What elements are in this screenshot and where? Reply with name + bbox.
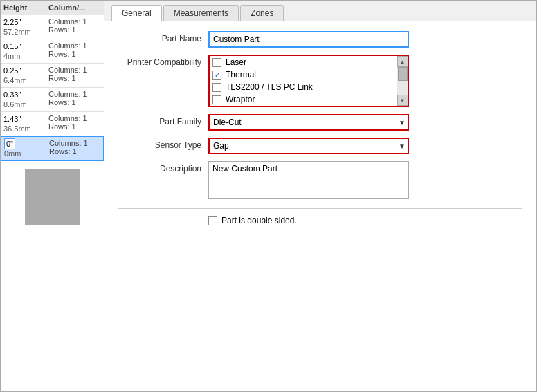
list-items-container: 2.25"57.2mmColumns: 1Rows: 10.15"4mmColu…	[1, 15, 104, 161]
printer-compat-item[interactable]: ✓Thermal	[210, 68, 397, 81]
item-height-val: 0.25"	[3, 66, 21, 75]
form-area: Part Name Printer Compatibility Laser✓Th…	[104, 21, 536, 391]
item-columns-label: Columns: 1	[48, 114, 87, 122]
tab-measurements[interactable]: Measurements	[163, 5, 239, 21]
item-columns-label: Columns: 1	[48, 90, 87, 98]
scroll-up-btn[interactable]: ▲	[397, 56, 408, 67]
right-panel: General Measurements Zones Part Name Pri…	[104, 1, 536, 391]
tab-general[interactable]: General	[111, 5, 162, 21]
list-item[interactable]: 0.25"6.4mmColumns: 1Rows: 1	[1, 64, 104, 88]
sensor-type-select[interactable]: Gap Mark None	[208, 138, 409, 154]
part-name-input[interactable]	[208, 31, 409, 48]
item-rows-label: Rows: 1	[48, 98, 76, 106]
left-panel: Height Column/... 2.25"57.2mmColumns: 1R…	[1, 1, 104, 391]
double-sided-checkbox[interactable]	[208, 216, 217, 225]
item-height-val: 0"	[4, 138, 15, 149]
scroll-track	[397, 67, 408, 95]
list-item[interactable]: 0"0mmColumns: 1Rows: 1	[1, 136, 104, 161]
description-textarea[interactable]	[208, 161, 409, 199]
printer-compat-item-label: TLS2200 / TLS PC Link	[226, 82, 313, 92]
item-rows-label: Rows: 1	[48, 122, 76, 131]
item-rows-label: Rows: 1	[48, 74, 76, 82]
main-container: Height Column/... 2.25"57.2mmColumns: 1R…	[0, 0, 537, 392]
description-label: Description	[118, 161, 208, 174]
divider	[118, 208, 522, 209]
part-family-select[interactable]: Die-Cut Continuous Fan-Fold	[208, 114, 409, 131]
sensor-type-row: Sensor Type Gap Mark None ▼	[118, 138, 522, 154]
preview-square	[25, 169, 80, 225]
sensor-type-select-wrap: Gap Mark None ▼	[208, 138, 409, 154]
item-columns-label: Columns: 1	[48, 17, 87, 26]
printer-compat-item[interactable]: Wraptor	[210, 93, 397, 106]
printer-compat-wrap: Laser✓ThermalTLS2200 / TLS PC LinkWrapto…	[208, 55, 522, 107]
printer-compat-item-label: Laser	[226, 57, 246, 67]
list-item[interactable]: 1.43"36.5mmColumns: 1Rows: 1	[1, 112, 104, 136]
printer-compat-list[interactable]: Laser✓ThermalTLS2200 / TLS PC LinkWrapto…	[208, 55, 409, 107]
description-row: Description	[118, 161, 522, 201]
printer-list-inner: Laser✓ThermalTLS2200 / TLS PC LinkWrapto…	[210, 56, 397, 106]
list-item[interactable]: 2.25"57.2mmColumns: 1Rows: 1	[1, 15, 104, 39]
printer-compat-item[interactable]: Laser	[210, 56, 397, 68]
part-name-row: Part Name	[118, 31, 522, 48]
item-height-mm: 6.4mm	[3, 76, 27, 84]
item-height-mm: 0mm	[4, 149, 21, 158]
printer-compat-item-label: Thermal	[226, 70, 256, 80]
printer-compat-checkbox[interactable]	[212, 58, 221, 67]
description-wrap	[208, 161, 522, 201]
item-height-val: 2.25"	[3, 18, 21, 26]
tab-zones[interactable]: Zones	[240, 5, 284, 21]
part-name-label: Part Name	[118, 31, 208, 44]
list-item[interactable]: 0.33"8.6mmColumns: 1Rows: 1	[1, 88, 104, 112]
tab-bar: General Measurements Zones	[104, 1, 536, 21]
part-family-select-wrap: Die-Cut Continuous Fan-Fold ▼	[208, 114, 409, 131]
printer-compat-checkbox[interactable]	[212, 83, 221, 92]
item-height-val: 0.15"	[3, 42, 21, 50]
item-height-mm: 8.6mm	[3, 100, 27, 109]
printer-compat-row: Printer Compatibility Laser✓ThermalTLS22…	[118, 55, 522, 107]
header-columns: Column/...	[48, 3, 101, 12]
item-rows-label: Rows: 1	[49, 147, 77, 156]
item-height-val: 1.43"	[3, 115, 21, 123]
item-columns-label: Columns: 1	[48, 66, 87, 74]
part-family-label: Part Family	[118, 114, 208, 127]
scroll-thumb[interactable]	[398, 67, 408, 81]
item-height-mm: 4mm	[3, 52, 20, 60]
part-family-row: Part Family Die-Cut Continuous Fan-Fold …	[118, 114, 522, 131]
double-sided-row: Part is double sided.	[208, 216, 522, 225]
printer-compat-item[interactable]: TLS2200 / TLS PC Link	[210, 81, 397, 93]
item-height-val: 0.33"	[3, 91, 21, 99]
item-height-mm: 57.2mm	[3, 28, 31, 36]
item-rows-label: Rows: 1	[48, 26, 76, 34]
list-item[interactable]: 0.15"4mmColumns: 1Rows: 1	[1, 39, 104, 64]
scroll-down-btn[interactable]: ▼	[397, 95, 408, 106]
item-columns-label: Columns: 1	[49, 139, 88, 147]
content-area: Height Column/... 2.25"57.2mmColumns: 1R…	[1, 1, 536, 391]
part-name-control-wrap	[208, 31, 522, 48]
printer-compat-checkbox[interactable]: ✓	[212, 71, 221, 80]
printer-compat-label: Printer Compatibility	[118, 55, 208, 67]
item-rows-label: Rows: 1	[48, 50, 76, 58]
printer-scrollbar: ▲ ▼	[397, 56, 408, 106]
printer-compat-checkbox[interactable]	[212, 95, 221, 104]
printer-compat-item-label: Wraptor	[226, 95, 255, 104]
item-height-mm: 36.5mm	[3, 124, 31, 133]
list-header: Height Column/...	[1, 1, 104, 15]
header-height: Height	[3, 3, 48, 12]
part-family-wrap: Die-Cut Continuous Fan-Fold ▼	[208, 114, 522, 131]
sensor-type-wrap: Gap Mark None ▼	[208, 138, 522, 154]
sensor-type-label: Sensor Type	[118, 138, 208, 150]
item-columns-label: Columns: 1	[48, 41, 87, 50]
double-sided-label: Part is double sided.	[221, 216, 297, 225]
